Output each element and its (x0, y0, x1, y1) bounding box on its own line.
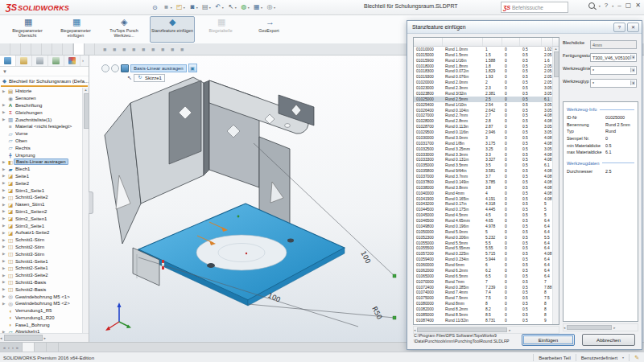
fertigungsstufe-select[interactable]: T300_V46_V05100 (590, 53, 637, 62)
table-row[interactable]: 01033000 Rund 3.3mm 3.3 0 0.5 4.08 (414, 152, 553, 158)
table-row[interactable]: 01015900 Rund 1/16in 1.588 0 0.5 1.6 (414, 58, 553, 64)
menu-item[interactable] (100, 5, 109, 10)
view-tool[interactable] (140, 47, 147, 52)
toolbar-button[interactable]: ▾ (226, 3, 238, 11)
scroll-left-icon[interactable]: ◂ (0, 335, 2, 340)
tree-root[interactable]: Blechteil für Schulungsraum (Defa... (0, 76, 89, 85)
table-row[interactable]: 01040000 Rund 4mm 4 0 0.5 4.08 (414, 191, 553, 196)
tree-item[interactable]: ▶ Sensoren (0, 95, 83, 102)
tree-item[interactable]: ▶ Historie (0, 88, 83, 95)
tree-item[interactable]: ▶ Schnitt3-Stirn (0, 250, 83, 257)
table-vertical-scrollbar[interactable]: ▲ (552, 47, 559, 324)
scrollbar-thumb[interactable] (84, 93, 89, 129)
view-tool[interactable] (159, 47, 166, 52)
table-row[interactable]: 01087400 Rund 11/32in 8.731 0 0.5 9 (414, 318, 553, 323)
table-row[interactable]: 01028000 Rund 2.8mm 2.8 0 0.5 4.08 (414, 118, 553, 124)
view-tool[interactable] (169, 47, 175, 52)
freeze-bar[interactable] (1, 85, 88, 87)
dropdown-arrow-icon[interactable]: ▾ (248, 6, 250, 10)
toolbar-button[interactable]: ▾ (239, 3, 251, 11)
table-row[interactable]: 01052300 Rund 0.206in 5.232 0 0.5 5.5 (414, 235, 553, 241)
dropdown-arrow-icon[interactable]: ▾ (222, 6, 224, 10)
table-row[interactable]: 01050000 Rund 5.0mm 5 0 0.5 6.4 (414, 229, 553, 235)
table-row[interactable]: 01082000 Rund 8.2mm 8.2 0 0.5 8 (414, 306, 553, 312)
table-row[interactable]: 01029500 Rund 0.116in 2.946 0 0.5 3.05 (414, 130, 553, 135)
table-row[interactable]: 01028700 Rund 0.113in 2.87 0 0.5 3.05 (414, 124, 553, 130)
table-row[interactable]: 01032500 Rund 3.25mm 3.25 0 0.5 3.05 (414, 146, 553, 152)
table-row[interactable]: 01049800 Rund 0.196in 4.978 0 0.5 6.4 (414, 224, 553, 229)
scroll-right-icon[interactable]: ▸ (44, 335, 47, 340)
search-icon[interactable] (588, 2, 595, 9)
last-tab-icon[interactable]: » (15, 345, 19, 350)
tree-item[interactable]: ▶ Gleichungen (0, 109, 83, 116)
column-header[interactable] (483, 38, 502, 46)
table-row[interactable]: 01044500 Rund 0.175in 4.445 0 0.5 5 (414, 207, 553, 212)
tab-propertymanager[interactable] (16, 56, 32, 66)
table-row[interactable]: 01020000 Rund 2.0mm 2 0 0.5 2.05 (414, 80, 553, 85)
sketch-chip[interactable]: Skizze1 (134, 74, 165, 82)
view-tool[interactable] (130, 47, 137, 52)
scrollbar-thumb[interactable] (567, 325, 612, 330)
command-search[interactable]: ƷS Befehlssuche (501, 2, 568, 13)
scrollbar-thumb[interactable] (554, 51, 559, 77)
ribbon-button[interactable]: Biegetabelle (198, 16, 243, 43)
toolbar-button[interactable]: ▾ (162, 3, 174, 11)
tree-item[interactable]: ▶ Ursprung (0, 151, 83, 158)
table-row[interactable]: 01085000 Rund 8.5mm 8.5 0 0.5 8 (414, 312, 553, 318)
toolbar-button[interactable]: ▾ (188, 3, 200, 11)
table-row[interactable]: 01045000 Rund 4.5mm 4.5 0 0.5 5 (414, 212, 553, 218)
table-row[interactable]: 01043200 Rund 0.17in 4.318 0 0.5 5 (414, 202, 553, 208)
breadcrumb-feature-icon[interactable] (121, 64, 129, 72)
command-tab[interactable] (85, 43, 95, 55)
dropdown-arrow-icon[interactable]: ▾ (235, 6, 237, 10)
scroll-up-icon[interactable]: ▲ (83, 88, 89, 93)
table-row[interactable]: 01059400 Rund 0.234in 5.944 0 0.5 6.4 (414, 257, 553, 262)
menu-item[interactable] (90, 5, 100, 10)
table-row[interactable]: 01018000 Rund 1.8mm 1.8 0 0.5 2.05 (414, 64, 553, 69)
tree-item[interactable]: ▶ Verrundung1_R5 (0, 307, 83, 315)
command-tab[interactable] (73, 43, 85, 55)
tree-item[interactable]: ▶ Stirn3_Seite1 (0, 222, 83, 229)
table-row[interactable]: 01023000 Rund 2.3mm 2.3 0 0.5 3.05 (414, 85, 553, 91)
panel-tabs-overflow-icon[interactable]: › (80, 58, 85, 63)
tree-item[interactable]: ▶ Oben (0, 138, 83, 145)
toolbar-button[interactable]: ▾ (200, 3, 213, 11)
scrollbar-thumb[interactable] (417, 327, 507, 332)
tree-item[interactable]: ▶ Fase1_Bohrung (0, 321, 83, 328)
toolbar-button[interactable]: ▾ (252, 3, 264, 11)
next-tab-icon[interactable]: › (11, 345, 14, 350)
tree-vertical-scrollbar[interactable]: ▲ (82, 88, 89, 334)
pin-icon[interactable]: ⊙ (152, 4, 158, 11)
tree-item[interactable]: ▶ Schnitt1-Stirn (0, 237, 83, 244)
breadcrumb-edit-icon[interactable]: ▣ (188, 64, 197, 72)
tree-item[interactable]: ▶ Schnitt1-Seite1 (0, 257, 83, 265)
tree-item[interactable]: ▶ Schnitt3-Seite2 (0, 272, 83, 279)
table-row[interactable]: 01037800 Rund 0.149in 3.785 0 0.5 4.08 (414, 179, 553, 185)
cancel-button[interactable]: Abbrechen (582, 334, 635, 346)
tree-item[interactable]: ▶ Vorne (0, 130, 83, 138)
blechdicke-field[interactable]: 4mm (590, 40, 637, 49)
table-row[interactable]: 01019300 Rund 0.076in 1.93 0 0.5 2.05 (414, 74, 553, 80)
table-row[interactable]: 01018300 Rund 0.072in 1.829 0 0.5 2.05 (414, 69, 553, 75)
table-row[interactable]: 01010000 Rund 1.0mm 1 0 0.5 1.02 (414, 47, 553, 52)
command-tab[interactable] (10, 43, 21, 55)
tree-item[interactable]: ▶ Gewindebohrung M5 <2> (0, 300, 83, 307)
tree-item[interactable]: ▶ Gewindebohrung M5 <1> (0, 293, 83, 300)
menu-item[interactable] (138, 5, 148, 10)
ribbon-button[interactable]: TruTops Punch Werkzeu... (101, 16, 147, 43)
ribbon-button[interactable]: GeoExport (246, 16, 291, 43)
tab-featuremanager[interactable] (0, 56, 16, 66)
table-row[interactable]: 01031700 Rund 1/8in 3.175 0 0.5 4.08 (414, 141, 553, 146)
breadcrumb-body-icon[interactable] (111, 64, 119, 72)
werkzeugtyp-select[interactable]: * (590, 79, 637, 88)
menu-item[interactable] (119, 5, 129, 10)
tree-item[interactable]: ▶ Nasen_Stirn1 (0, 201, 83, 208)
column-header[interactable] (414, 38, 443, 46)
menu-item[interactable] (80, 5, 90, 10)
tab-displaymanager[interactable] (64, 56, 80, 66)
dropdown-arrow-icon[interactable]: ▾ (261, 6, 262, 10)
table-row[interactable]: 01046500 Rund 4.65mm 4.65 0 0.5 6.4 (414, 218, 553, 224)
table-row[interactable]: 01027000 Rund 2.7mm 2.7 0 0.5 4.08 (414, 113, 553, 119)
breadcrumb-face-icon[interactable] (101, 64, 109, 72)
table-row[interactable]: 01070000 Rund 7mm 7 0 0.5 7 (414, 279, 553, 285)
